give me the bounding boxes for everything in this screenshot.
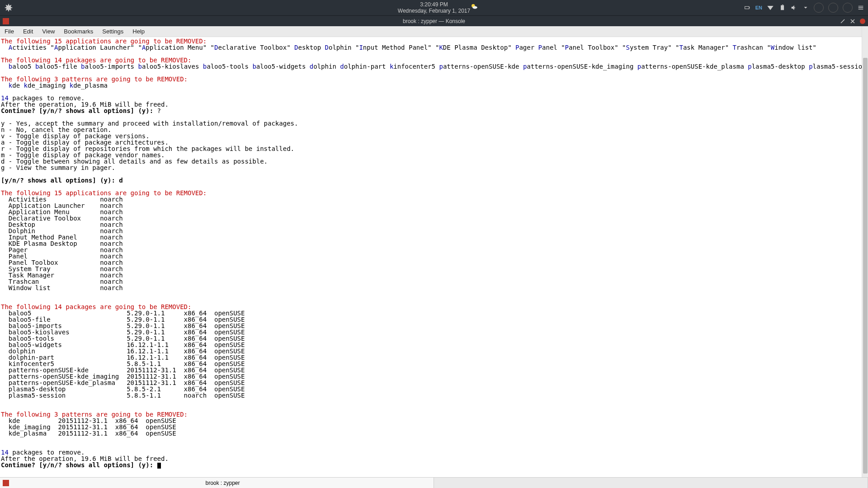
svg-point-1 xyxy=(472,6,477,9)
volume-icon[interactable] xyxy=(790,4,797,11)
menu-help[interactable]: Help xyxy=(128,26,149,37)
tab-new-area[interactable] xyxy=(434,478,868,488)
user-avatar-3[interactable] xyxy=(843,3,853,13)
window-title: brook : zypper — Konsole xyxy=(403,18,465,24)
clock-date[interactable]: Wednesday, February 1, 2017 xyxy=(398,8,470,14)
chevron-down-icon[interactable] xyxy=(802,4,809,11)
window-titlebar[interactable]: brook : zypper — Konsole xyxy=(0,15,868,26)
konsole-icon xyxy=(3,18,9,24)
scrollbar[interactable] xyxy=(862,26,868,480)
tab-1[interactable]: brook : zypper xyxy=(0,478,434,488)
tab-konsole-icon xyxy=(3,480,9,486)
tabbar: brook : zypper xyxy=(0,477,868,488)
hamburger-icon[interactable] xyxy=(857,4,864,11)
svg-rect-3 xyxy=(749,7,750,9)
close-button[interactable] xyxy=(860,19,865,24)
maximize-button[interactable] xyxy=(850,19,855,24)
user-avatar-2[interactable] xyxy=(828,3,838,13)
network-icon[interactable] xyxy=(767,4,774,11)
menu-view[interactable]: View xyxy=(38,26,59,37)
terminal-output[interactable]: The following 15 applications are going … xyxy=(0,37,868,484)
menu-settings[interactable]: Settings xyxy=(98,26,128,37)
battery-icon[interactable] xyxy=(744,4,751,11)
scrollbar-thumb[interactable] xyxy=(863,58,868,474)
minimize-button[interactable] xyxy=(840,19,845,24)
clock-time[interactable]: 3:20:49 PM xyxy=(398,1,470,8)
menu-file[interactable]: File xyxy=(0,26,19,37)
svg-rect-2 xyxy=(745,6,749,9)
menubar: File Edit View Bookmarks Settings Help xyxy=(0,26,868,37)
kde-logo-icon[interactable] xyxy=(4,3,14,13)
tab-label: brook : zypper xyxy=(12,480,434,486)
weather-icon[interactable] xyxy=(470,3,478,11)
clipboard-icon[interactable] xyxy=(778,4,786,11)
user-avatar-1[interactable] xyxy=(814,3,824,13)
plasma-panel: 3:20:49 PM Wednesday, February 1, 2017 E… xyxy=(0,0,868,15)
menu-bookmarks[interactable]: Bookmarks xyxy=(59,26,98,37)
menu-edit[interactable]: Edit xyxy=(19,26,38,37)
keyboard-layout-indicator[interactable]: EN xyxy=(755,5,762,10)
